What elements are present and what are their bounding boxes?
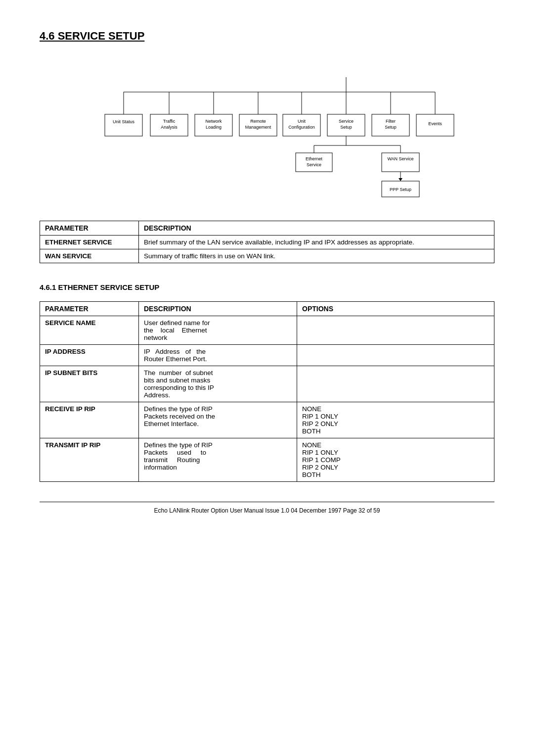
- desc-cell: Defines the type of RIPPackets received …: [139, 402, 297, 438]
- desc-cell: The number of subnetbits and subnet mask…: [139, 366, 297, 402]
- svg-text:Loading: Loading: [206, 125, 222, 130]
- svg-text:Configuration: Configuration: [288, 125, 315, 130]
- svg-text:Setup: Setup: [385, 125, 397, 130]
- svg-text:Filter: Filter: [386, 119, 396, 124]
- subsection-title: 4.6.1 ETHERNET SERVICE SETUP: [40, 283, 494, 291]
- desc-cell: Brief summary of the LAN service availab…: [139, 236, 494, 249]
- param-cell: IP SUBNET BITS: [40, 366, 139, 402]
- param-cell: IP ADDRESS: [40, 345, 139, 366]
- ethernet-service-table: PARAMETER DESCRIPTION OPTIONS SERVICE NA…: [40, 301, 494, 482]
- page-title: 4.6 SERVICE SETUP: [40, 30, 494, 43]
- svg-text:Setup: Setup: [340, 125, 352, 130]
- desc-cell: User defined name forthe local Ethernetn…: [139, 316, 297, 345]
- svg-text:Remote: Remote: [250, 119, 266, 124]
- eth-param-header: PARAMETER: [40, 302, 139, 316]
- table-row: RECEIVE IP RIP Defines the type of RIPPa…: [40, 402, 494, 438]
- svg-text:Analysis: Analysis: [161, 125, 178, 130]
- table-row: SERVICE NAME User defined name forthe lo…: [40, 316, 494, 345]
- table-row: WAN SERVICE Summary of traffic filters i…: [40, 249, 494, 263]
- options-cell: [297, 366, 494, 402]
- param-cell: RECEIVE IP RIP: [40, 402, 139, 438]
- table-row: IP ADDRESS IP Address of theRouter Ether…: [40, 345, 494, 366]
- svg-text:WAN Service: WAN Service: [387, 156, 413, 161]
- options-cell: [297, 345, 494, 366]
- svg-rect-10: [105, 114, 142, 136]
- svg-text:Events: Events: [428, 121, 442, 126]
- desc-cell: Summary of traffic filters in use on WAN…: [139, 249, 494, 263]
- svg-marker-42: [399, 178, 402, 181]
- table-row: IP SUBNET BITS The number of subnetbits …: [40, 366, 494, 402]
- options-cell: [297, 316, 494, 345]
- svg-text:PPP Setup: PPP Setup: [390, 187, 411, 192]
- svg-rect-39: [382, 153, 419, 172]
- footer: Echo LANlink Router Option User Manual I…: [40, 502, 494, 514]
- desc-cell: Defines the type of RIPPackets used totr…: [139, 438, 297, 482]
- eth-desc-header: DESCRIPTION: [139, 302, 297, 316]
- svg-text:Unit Status: Unit Status: [113, 119, 135, 124]
- footer-text: Echo LANlink Router Option User Manual I…: [154, 507, 380, 514]
- svg-text:Network: Network: [205, 119, 222, 124]
- svg-text:Unit: Unit: [298, 119, 306, 124]
- param-cell: ETHERNET SERVICE: [40, 236, 139, 249]
- table-row: ETHERNET SERVICE Brief summary of the LA…: [40, 236, 494, 249]
- svg-text:Ethernet: Ethernet: [306, 156, 323, 161]
- desc-header: DESCRIPTION: [139, 221, 494, 236]
- param-cell: SERVICE NAME: [40, 316, 139, 345]
- svg-text:Service: Service: [339, 119, 354, 124]
- table-row: TRANSMIT IP RIP Defines the type of RIPP…: [40, 438, 494, 482]
- service-table: PARAMETER DESCRIPTION ETHERNET SERVICE B…: [40, 221, 494, 263]
- param-cell: WAN SERVICE: [40, 249, 139, 263]
- network-diagram: Unit Status Traffic Analysis Network Loa…: [40, 62, 494, 201]
- options-cell: NONE RIP 1 ONLY RIP 1 COMP RIP 2 ONLY BO…: [297, 438, 494, 482]
- options-cell: NONE RIP 1 ONLY RIP 2 ONLY BOTH: [297, 402, 494, 438]
- param-header: PARAMETER: [40, 221, 139, 236]
- svg-text:Management: Management: [245, 125, 271, 130]
- svg-text:Service: Service: [307, 162, 321, 167]
- desc-cell: IP Address of theRouter Ethernet Port.: [139, 345, 297, 366]
- svg-text:Traffic: Traffic: [163, 119, 176, 124]
- eth-options-header: OPTIONS: [297, 302, 494, 316]
- param-cell: TRANSMIT IP RIP: [40, 438, 139, 482]
